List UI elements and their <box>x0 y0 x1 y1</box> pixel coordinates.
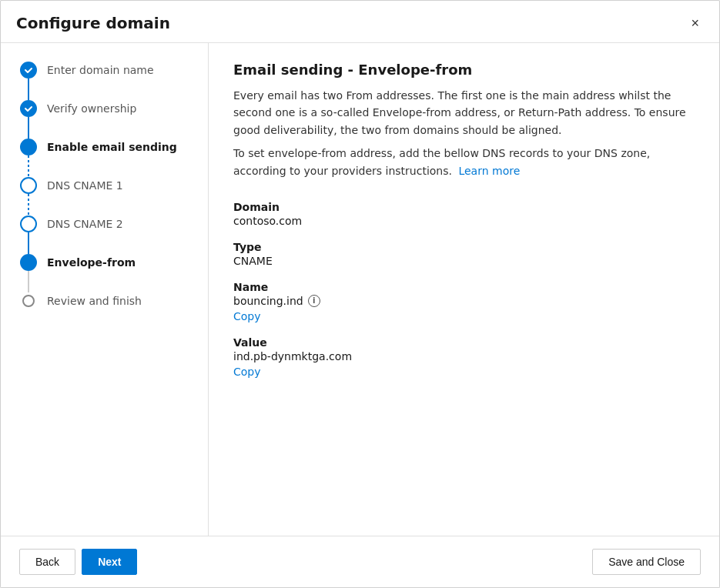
step-item-dns-cname-1: DNS CNAME 1 <box>19 177 208 215</box>
sidebar-item-enter-domain: Enter domain name <box>47 62 154 92</box>
step-item-enter-domain: Enter domain name <box>19 62 208 100</box>
configure-domain-modal: Configure domain × Enter domain name <box>0 0 720 588</box>
step-line-2 <box>28 117 29 139</box>
description-text-2: To set envelope-from address, add the be… <box>233 147 650 176</box>
step-connector-verify <box>19 100 38 139</box>
description-paragraph-2: To set envelope-from address, add the be… <box>233 145 695 179</box>
step-line-6 <box>28 271 29 292</box>
description-paragraph-1: Every email has two From addresses. The … <box>233 87 695 139</box>
sidebar-item-dns-cname-1: DNS CNAME 1 <box>47 177 123 208</box>
name-value-container: bouncing.ind i <box>233 295 695 307</box>
domain-label: Domain <box>233 201 695 213</box>
step-item-enable-email: Enable email sending <box>19 139 208 177</box>
name-copy-link[interactable]: Copy <box>233 310 261 322</box>
back-button[interactable]: Back <box>19 549 75 575</box>
name-value: bouncing.ind <box>233 295 303 307</box>
save-close-button[interactable]: Save and Close <box>592 549 701 575</box>
modal-footer: Back Next Save and Close <box>1 536 719 587</box>
info-icon: i <box>308 295 320 307</box>
step-icon-enable <box>20 139 37 155</box>
step-icon-dns2 <box>20 215 37 232</box>
sidebar-item-verify-ownership: Verify ownership <box>47 100 136 131</box>
step-list: Enter domain name Verify ownership <box>19 62 208 323</box>
sidebar-item-review: Review and finish <box>47 292 142 323</box>
value-row: Value ind.pb-dynmktga.com Copy <box>233 336 695 378</box>
modal-header: Configure domain × <box>1 1 719 43</box>
name-label: Name <box>233 281 695 293</box>
step-connector-review <box>19 292 38 309</box>
type-value: CNAME <box>233 255 695 267</box>
value-label: Value <box>233 336 695 349</box>
step-connector-dns2 <box>19 215 38 254</box>
step-connector-enter-domain <box>19 62 38 100</box>
step-item-review: Review and finish <box>19 292 208 323</box>
sidebar-item-envelope-from: Envelope-from <box>47 254 136 285</box>
step-item-envelope-from: Envelope-from <box>19 254 208 292</box>
step-icon-verify <box>20 100 37 117</box>
name-row: Name bouncing.ind i Copy <box>233 281 695 322</box>
modal-body: Enter domain name Verify ownership <box>1 43 719 536</box>
step-connector-dns1 <box>19 177 38 215</box>
type-label: Type <box>233 241 695 253</box>
step-line-5 <box>28 232 29 254</box>
learn-more-link[interactable]: Learn more <box>458 165 520 177</box>
step-line-3 <box>28 155 29 177</box>
step-icon-review <box>22 295 35 307</box>
modal-title: Configure domain <box>16 14 170 32</box>
sidebar-item-dns-cname-2: DNS CNAME 2 <box>47 215 123 246</box>
sidebar-item-enable-email: Enable email sending <box>47 139 177 169</box>
step-item-verify-ownership: Verify ownership <box>19 100 208 139</box>
next-button[interactable]: Next <box>82 549 137 575</box>
step-item-dns-cname-2: DNS CNAME 2 <box>19 215 208 254</box>
info-block: Domain contoso.com Type CNAME Name bounc… <box>233 201 695 392</box>
step-icon-enter-domain <box>20 62 37 79</box>
type-row: Type CNAME <box>233 241 695 267</box>
step-icon-dns1 <box>20 177 37 194</box>
domain-row: Domain contoso.com <box>233 201 695 227</box>
main-content: Email sending - Envelope-from Every emai… <box>209 43 719 536</box>
footer-left-buttons: Back Next <box>19 549 137 575</box>
step-line-1 <box>28 79 29 100</box>
domain-value: contoso.com <box>233 215 695 227</box>
section-title: Email sending - Envelope-from <box>233 62 695 78</box>
value-copy-link[interactable]: Copy <box>233 366 261 378</box>
sidebar: Enter domain name Verify ownership <box>1 43 209 536</box>
step-icon-envelope <box>20 254 37 271</box>
value-value: ind.pb-dynmktga.com <box>233 350 695 362</box>
close-button[interactable]: × <box>686 13 704 33</box>
step-connector-envelope <box>19 254 38 292</box>
step-connector-enable <box>19 139 38 177</box>
step-line-4 <box>28 194 29 215</box>
